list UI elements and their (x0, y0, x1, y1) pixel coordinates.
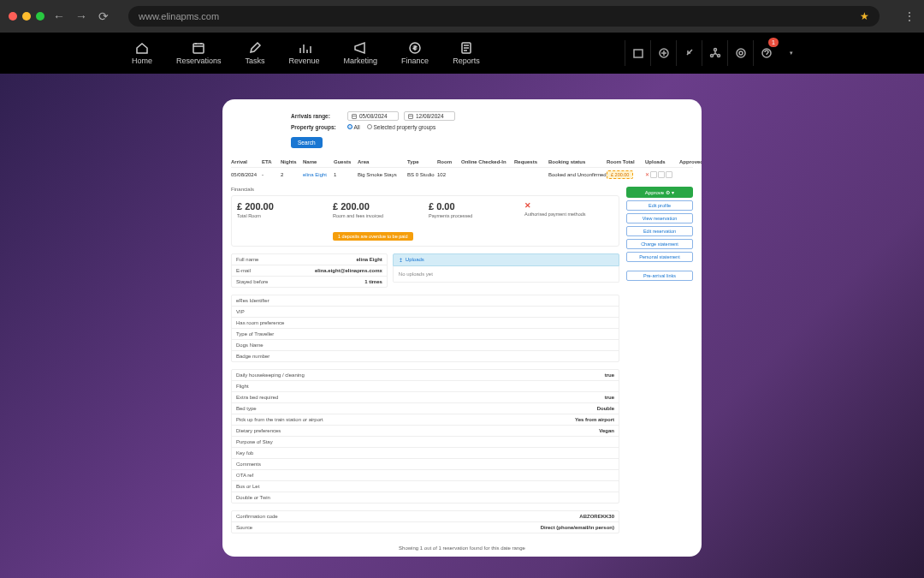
groups-label: Property groups: (291, 124, 342, 130)
table-row[interactable]: 05/08/2024 - 2 elina Eight 1 Big Smoke S… (231, 168, 693, 182)
nav-marketing[interactable]: Marketing (332, 41, 390, 65)
nav-finance-label: Finance (401, 57, 429, 65)
field-row: Comments (232, 459, 619, 470)
url-bar[interactable]: www.elinapms.com ★ (128, 6, 880, 27)
fin-payments-sub: Payments processed (429, 213, 518, 218)
radio-all-label: All (353, 124, 359, 130)
field-label: Extra bed required (236, 395, 278, 400)
forward-button[interactable]: → (74, 9, 89, 23)
meta-block-3: Confirmation codeABZOREKK30SourceDirect … (231, 510, 619, 533)
search-button[interactable]: Search (291, 137, 323, 148)
action-link[interactable]: View reservation (626, 213, 693, 223)
upload-slot-icon[interactable] (666, 171, 672, 178)
maximize-window[interactable] (36, 12, 44, 21)
col-room: Room (437, 159, 461, 164)
calendar-tool-icon[interactable] (625, 40, 650, 66)
plug-tool-icon[interactable] (676, 40, 702, 66)
nav-revenue[interactable]: Revenue (277, 41, 332, 65)
nav-reservations[interactable]: Reservations (164, 41, 234, 65)
action-link[interactable]: Charge statement (626, 239, 693, 249)
col-nights: Nights (281, 159, 303, 164)
action-link[interactable]: Edit reservation (626, 226, 693, 236)
fin-payments-amount: £ 0.00 (429, 201, 518, 212)
nav-tasks[interactable]: Tasks (234, 41, 277, 65)
field-row: Daily housekeeping / cleaningtrue (232, 370, 619, 381)
deposit-warning-pill[interactable]: 1 deposits are overdue to be paid (333, 232, 413, 241)
col-checkin: Online Checked-In (461, 159, 514, 164)
svg-rect-0 (193, 44, 204, 53)
financials-panel: £ 200.00 Total Room £ 200.00 Room and fe… (231, 195, 619, 247)
upload-slot-icon[interactable] (650, 171, 657, 178)
cell-type: BS 0 Studio (407, 172, 437, 177)
back-button[interactable]: ← (51, 9, 67, 23)
field-value: elina.eight@elinapms.comx (315, 268, 382, 273)
field-label: OTA ref (236, 473, 253, 478)
field-value: 1 times (364, 279, 382, 284)
megaphone-icon (353, 41, 367, 55)
org-tool-icon[interactable] (702, 40, 727, 66)
cell-arrival: 05/08/2024 (231, 172, 262, 177)
action-link[interactable]: Personal statement (626, 252, 693, 262)
radio-all[interactable]: All (347, 124, 360, 130)
close-window[interactable] (9, 12, 17, 21)
approve-button[interactable]: Approve ⚙ ▾ (626, 187, 693, 198)
col-approved: Approved (679, 159, 702, 164)
field-label: Dietary preferences (236, 428, 281, 433)
cell-name-link[interactable]: elina Eight (303, 172, 334, 177)
field-value: ABZOREKK30 (579, 514, 614, 519)
field-label: Pick up from the train station or airpor… (236, 417, 323, 422)
cell-room: 102 (437, 172, 461, 177)
col-guests: Guests (334, 159, 358, 164)
bookmark-star-icon[interactable]: ★ (860, 10, 869, 22)
field-row: Badge number (232, 351, 619, 361)
field-value: true (605, 372, 614, 378)
profile-fields: Full nameelina Eight E-mailelina.eight@e… (231, 253, 388, 288)
date-to-input[interactable]: 12/08/2024 (404, 111, 455, 121)
filter-arrivals: Arrivals range: 05/08/2024 12/08/2024 (291, 111, 693, 121)
pre-arrival-links[interactable]: Pre-arrival links (626, 271, 693, 281)
nav-reports[interactable]: Reports (441, 41, 492, 65)
add-tool-icon[interactable] (650, 40, 676, 66)
calendar-icon (192, 41, 205, 55)
uploads-panel: ↥Uploads No uploads yet (393, 253, 619, 288)
reservations-table: Arrival ETA Nights Name Guests Area Type… (231, 157, 693, 182)
upload-slot-icon[interactable] (658, 171, 665, 178)
x-icon: ✕ (524, 201, 613, 210)
radio-selected[interactable]: Selected property groups (367, 124, 435, 130)
nav-home-label: Home (132, 57, 152, 65)
field-label: E-mail (236, 268, 251, 273)
field-row: Confirmation codeABZOREKK30 (232, 511, 619, 522)
field-value: elina Eight (357, 257, 382, 262)
date-from-input[interactable]: 05/08/2024 (347, 111, 399, 121)
field-label: VIP (236, 309, 245, 314)
nav-items: Home Reservations Tasks Revenue Marketin… (120, 41, 492, 65)
nav-reports-label: Reports (453, 57, 480, 65)
field-row: Dogs Name (232, 340, 619, 351)
app-nav: Home Reservations Tasks Revenue Marketin… (0, 33, 924, 74)
reload-button[interactable]: ⟳ (96, 9, 111, 23)
detail-left: Financials £ 200.00 Total Room £ 200.00 … (231, 187, 619, 533)
help-tool-icon[interactable]: 1 (753, 40, 779, 66)
field-label: Daily housekeeping / cleaning (236, 372, 305, 378)
nav-home[interactable]: Home (120, 41, 164, 65)
uploads-header[interactable]: ↥Uploads (393, 253, 619, 266)
field-row: VIP (232, 307, 619, 318)
field-row: Extra bed requiredtrue (232, 392, 619, 403)
col-total: Room Total (607, 159, 645, 164)
col-status: Booking status (548, 159, 607, 164)
svg-point-6 (710, 55, 713, 57)
meta-block-1: eRes IdentifierVIPHas room preferenceTyp… (231, 295, 619, 362)
gear-tool-icon[interactable] (727, 40, 753, 66)
field-label: Flight (236, 384, 249, 389)
fin-total-amount: £ 200.00 (237, 201, 326, 212)
nav-finance[interactable]: Finance (389, 41, 441, 65)
minimize-window[interactable] (22, 12, 31, 21)
field-row: Pick up from the train station or airpor… (232, 414, 619, 426)
filter-groups: Property groups: All Selected property g… (291, 124, 693, 130)
user-dropdown[interactable]: ▾ (779, 40, 804, 66)
action-link[interactable]: Edit profile (626, 200, 693, 211)
browser-menu-icon[interactable]: ⋮ (903, 9, 915, 23)
x-icon: ✕ (645, 171, 649, 178)
col-type: Type (407, 159, 437, 164)
field-label: eRes Identifier (236, 298, 270, 303)
